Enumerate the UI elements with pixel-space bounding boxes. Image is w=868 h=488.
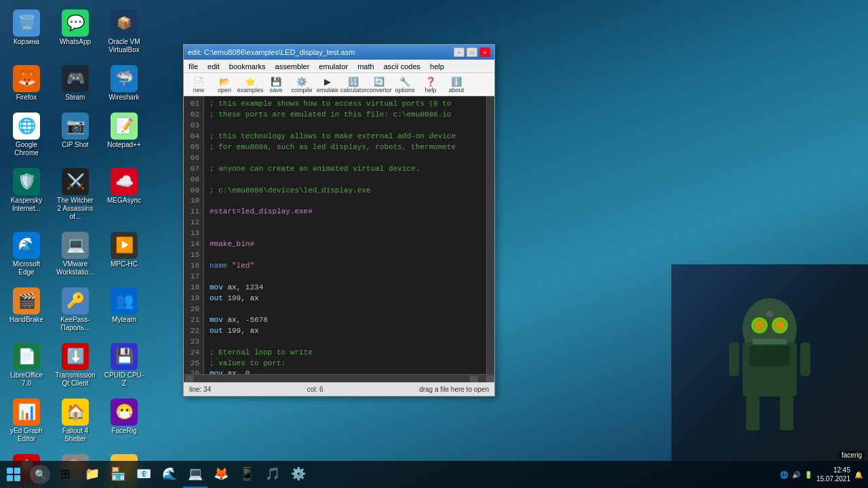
toolbar-emulate[interactable]: ▶ emulate <box>315 75 340 95</box>
toolbar-compile[interactable]: ⚙️ compile <box>290 75 314 95</box>
icon-label-witcher: The Witcher 2 Assassins of... <box>55 197 96 221</box>
desktop-icon-libreoffice[interactable]: 📄 LibreOffice 7.0 <box>3 340 50 390</box>
desktop-icon-facerig[interactable]: 😷 FaceRig <box>101 396 147 446</box>
volume-icon[interactable]: 🔊 <box>792 471 800 479</box>
taskbar-emu8086[interactable]: 💻 <box>183 461 208 488</box>
taskbar-settings[interactable]: ⚙️ <box>286 461 311 488</box>
statusbar-line: line: 34 <box>189 386 211 393</box>
icon-label-virtualbox: Oracle VM VirtualBox <box>104 38 144 54</box>
examples-icon: ⭐ <box>243 76 257 87</box>
taskbar-firefox[interactable]: 🦊 <box>209 461 233 488</box>
menu-assembler[interactable]: assembler <box>273 62 312 70</box>
search-icon: 🔍 <box>35 469 46 480</box>
icon-label-handbrake: HandBrake <box>9 316 43 324</box>
robot-svg <box>702 274 837 451</box>
battery-icon[interactable]: 🔋 <box>804 471 812 479</box>
taskbar-search[interactable]: 🔍 <box>30 465 50 484</box>
icon-label-keepass: KeePass- Пароль... <box>55 316 96 332</box>
facerig-label: facerig <box>839 451 865 460</box>
mail-icon: 📧 <box>136 466 151 481</box>
maximize-button[interactable]: □ <box>467 47 477 57</box>
taskbar-music[interactable]: 🎵 <box>260 461 285 488</box>
icon-label-facerig: FaceRig <box>111 427 136 435</box>
new-icon: 📄 <box>192 76 205 87</box>
toolbar-about[interactable]: ℹ️ about <box>444 75 469 95</box>
menu-ascii[interactable]: ascii codes <box>382 62 422 70</box>
desktop-icon-cipshot[interactable]: 📷 CiP Shot <box>52 110 98 160</box>
editor-toolbar: 📄 new 📂 open ⭐ examples 💾 save ⚙️ compil… <box>184 73 494 96</box>
taskbar-pinned-apps: 📁 🏪 📧 🌊 💻 🦊 📱 🎵 ⚙️ <box>80 461 311 488</box>
desktop-icon-whatsapp[interactable]: 💬 WhatsApp <box>52 7 98 57</box>
network-icon[interactable]: 🌐 <box>780 471 788 479</box>
svg-point-5 <box>775 321 785 330</box>
horizontal-scrollbar[interactable] <box>184 374 494 382</box>
desktop-icon-korzina[interactable]: 🗑️ Корзина <box>3 7 50 57</box>
start-button[interactable] <box>0 461 27 488</box>
editor-titlebar: edit: C:\emu8086\examples\LED_display_te… <box>184 45 494 60</box>
toolbar-calculator[interactable]: 🔢 calculator <box>341 75 366 95</box>
menu-bookmarks[interactable]: bookmarks <box>227 62 268 70</box>
taskbar-store[interactable]: 🏪 <box>106 461 130 488</box>
desktop-icon-witcher[interactable]: ⚔️ The Witcher 2 Assassins of... <box>52 165 98 224</box>
editor-menubar: file edit bookmarks assembler emulator m… <box>184 60 494 73</box>
taskbar-right-area: 🌐 🔊 🔋 12:45 15.07.2021 🔔 <box>780 466 868 483</box>
toolbar-help[interactable]: ❓ help <box>418 75 443 95</box>
notification-icon[interactable]: 🔔 <box>854 471 863 479</box>
menu-help[interactable]: help <box>428 62 446 70</box>
desktop-icon-firefox[interactable]: 🦊 Firefox <box>3 62 50 104</box>
toolbar-convertor[interactable]: 🔄 convertor <box>367 75 391 95</box>
toolbar-examples[interactable]: ⭐ examples <box>238 75 262 95</box>
taskbar-phone[interactable]: 📱 <box>235 461 259 488</box>
vertical-scrollbar[interactable] <box>486 96 494 374</box>
desktop-icon-vmware[interactable]: 💻 VMware Workstatio... <box>52 229 98 279</box>
desktop-icons-container: 🗑️ Корзина 💬 WhatsApp 📦 Oracle VM Virtua… <box>3 7 150 488</box>
firefox-taskbar-icon: 🦊 <box>214 466 229 481</box>
svg-rect-10 <box>800 342 810 376</box>
desktop-icon-mpc[interactable]: ▶️ MPC-HC <box>101 229 147 279</box>
desktop-icon-notepadpp[interactable]: 📝 Notepad++ <box>101 110 147 160</box>
desktop-icon-myteam[interactable]: 👥 Myteam <box>101 285 147 335</box>
icon-label-korzina: Корзина <box>14 38 39 46</box>
desktop-icon-kaspersky[interactable]: 🛡️ Kaspersky Internet... <box>3 165 50 224</box>
taskbar-explorer[interactable]: 📁 <box>80 461 104 488</box>
editor-window: edit: C:\emu8086\examples\LED_display_te… <box>183 44 495 396</box>
clock-date: 15.07.2021 <box>816 474 850 483</box>
toolbar-new[interactable]: 📄 new <box>186 75 211 95</box>
taskbar-task-view[interactable]: ⊞ <box>53 461 77 488</box>
desktop-icon-cpuid[interactable]: 💾 CPUID CPU-Z <box>101 340 147 390</box>
settings-taskbar-icon: ⚙️ <box>291 466 306 481</box>
store-icon: 🏪 <box>111 466 125 481</box>
icon-label-chrome: Google Chrome <box>6 141 47 157</box>
code-editor[interactable]: ; this example shows how to access virtu… <box>204 96 486 374</box>
music-icon: 🎵 <box>265 466 280 481</box>
desktop-icon-steam[interactable]: 🎮 Steam <box>52 62 98 104</box>
close-button[interactable]: × <box>479 47 490 57</box>
icon-label-wireshark: Wireshark <box>108 94 139 102</box>
toolbar-open[interactable]: 📂 open <box>212 75 237 95</box>
desktop-icon-keepass[interactable]: 🔑 KeePass- Пароль... <box>52 285 98 335</box>
desktop-icon-edge[interactable]: 🌊 Microsoft Edge <box>3 229 50 279</box>
desktop-icon-handbrake[interactable]: 🎬 HandBrake <box>3 285 50 335</box>
taskbar-clock[interactable]: 12:45 15.07.2021 <box>816 466 850 483</box>
desktop-icon-transmission[interactable]: ⬇️ Transmission Qt Client <box>52 340 98 390</box>
desktop-icon-yed[interactable]: 📊 yEd Graph Editor <box>3 396 50 446</box>
open-icon: 📂 <box>218 76 231 87</box>
toolbar-save[interactable]: 💾 save <box>264 75 288 95</box>
svg-rect-8 <box>780 396 793 430</box>
desktop-icon-wireshark[interactable]: 🦈 Wireshark <box>101 62 147 104</box>
menu-emulator[interactable]: emulator <box>317 62 350 70</box>
desktop-icon-fallout[interactable]: 🏠 Fallout 4 Shelter <box>52 396 98 446</box>
toolbar-options[interactable]: 🔧 options <box>393 75 417 95</box>
icon-label-megasync: MEGAsync <box>107 197 141 205</box>
desktop-icon-virtualbox[interactable]: 📦 Oracle VM VirtualBox <box>101 7 147 57</box>
desktop-icon-megasync[interactable]: ☁️ MEGAsync <box>101 165 147 224</box>
menu-file[interactable]: file <box>186 62 200 70</box>
menu-math[interactable]: math <box>355 62 376 70</box>
taskbar-mail[interactable]: 📧 <box>132 461 156 488</box>
desktop-icon-chrome[interactable]: 🌐 Google Chrome <box>3 110 50 160</box>
svg-rect-11 <box>753 339 787 344</box>
taskbar: 🔍 ⊞ 📁 🏪 📧 🌊 💻 🦊 📱 🎵 ⚙️ <box>0 461 868 488</box>
taskbar-edge[interactable]: 🌊 <box>157 461 182 488</box>
menu-edit[interactable]: edit <box>205 62 222 70</box>
minimize-button[interactable]: − <box>454 47 465 57</box>
